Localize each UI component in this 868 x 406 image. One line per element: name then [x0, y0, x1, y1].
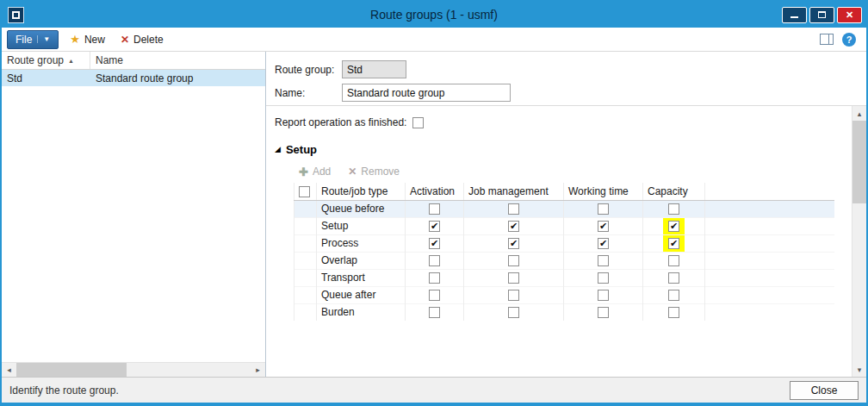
row-selector-cell[interactable] [294, 217, 317, 234]
toolbar: File ▼ ★ New ✕ Delete ? [2, 28, 866, 52]
activation-checkbox[interactable]: ✔ [429, 221, 440, 232]
column-header-name[interactable]: Name [90, 54, 265, 66]
route-list-cell: Std [2, 72, 90, 84]
job-management-checkbox[interactable] [508, 272, 519, 284]
minimize-button[interactable] [782, 7, 807, 23]
delete-button[interactable]: ✕ Delete [116, 34, 168, 46]
job-management-checkbox[interactable]: ✔ [508, 221, 519, 232]
setup-grid-row[interactable]: Queue before [294, 200, 835, 217]
working-time-checkbox[interactable] [598, 255, 609, 266]
activation-checkbox[interactable] [429, 272, 440, 284]
column-header-activation[interactable]: Activation [406, 183, 464, 200]
setup-grid: Route/job typeActivationJob managementWo… [294, 183, 834, 321]
capacity-checkbox[interactable] [668, 307, 679, 318]
filler-cell [705, 269, 835, 286]
row-selector-cell[interactable] [294, 252, 317, 269]
toolbar-right: ? [820, 33, 856, 47]
maximize-button[interactable] [809, 7, 834, 23]
capacity-checkbox[interactable]: ✔ [668, 221, 679, 232]
setup-grid-row[interactable]: Overlap [294, 252, 835, 269]
job-management-checkbox[interactable] [508, 307, 519, 318]
name-field-row: Name: [275, 84, 866, 102]
scrollbar-thumb[interactable] [16, 363, 127, 377]
route-job-type-cell: Setup [317, 217, 406, 234]
scroll-down-icon[interactable]: ▾ [852, 362, 866, 377]
name-field[interactable] [342, 84, 511, 102]
working-time-checkbox[interactable] [598, 290, 609, 301]
name-label: Name: [275, 87, 342, 99]
scrollbar-thumb[interactable] [852, 121, 866, 203]
column-header-route-group[interactable]: Route group▲ [2, 52, 90, 69]
route-group-field[interactable] [342, 60, 406, 78]
add-button[interactable]: ✚ Add [299, 166, 331, 178]
activation-checkbox[interactable] [429, 255, 440, 266]
route-job-type-cell: Queue after [317, 286, 406, 303]
activation-cell: ✔ [406, 234, 464, 252]
detail-content: Report operation as finished: ◢ Setup ✚ … [266, 106, 852, 377]
working-time-checkbox[interactable] [598, 272, 609, 284]
setup-grid-row[interactable]: Burden [294, 303, 835, 321]
scroll-left-icon[interactable]: ◂ [2, 363, 16, 377]
remove-button[interactable]: ✕ Remove [348, 166, 400, 178]
activation-checkbox[interactable]: ✔ [429, 238, 440, 249]
column-header-capacity[interactable]: Capacity [643, 183, 705, 200]
file-menu-button[interactable]: File ▼ [7, 30, 59, 49]
capacity-checkbox[interactable] [668, 203, 679, 215]
window-layout-icon[interactable] [820, 34, 834, 45]
scroll-right-icon[interactable]: ▸ [251, 363, 265, 377]
activation-checkbox[interactable] [429, 307, 440, 318]
select-all-checkbox[interactable] [299, 186, 310, 197]
scrollbar-track[interactable] [127, 363, 251, 377]
job-management-cell: ✔ [464, 217, 564, 234]
column-header-working-time[interactable]: Working time [564, 183, 643, 200]
new-button[interactable]: ★ New [65, 34, 109, 46]
activation-checkbox[interactable] [429, 290, 440, 301]
status-text: Identify the route group. [9, 384, 119, 397]
working-time-cell: ✔ [564, 217, 643, 234]
column-header-route-job-type[interactable]: Route/job type [317, 183, 406, 200]
capacity-checkbox[interactable]: ✔ [668, 238, 679, 249]
job-management-checkbox[interactable] [508, 255, 519, 266]
close-form-button[interactable]: Close [790, 381, 859, 400]
working-time-checkbox[interactable]: ✔ [598, 238, 609, 249]
activation-checkbox[interactable] [429, 203, 440, 215]
row-selector-cell[interactable] [294, 200, 317, 217]
setup-grid-row[interactable]: Queue after [294, 286, 835, 303]
setup-grid-row[interactable]: Setup✔✔✔✔ [294, 217, 835, 234]
row-selector-cell[interactable] [294, 303, 317, 321]
working-time-checkbox[interactable]: ✔ [598, 221, 609, 232]
close-button[interactable]: ✕ [837, 7, 862, 23]
job-management-checkbox[interactable] [508, 203, 519, 215]
column-header-label: Name [96, 54, 123, 66]
row-selector-cell[interactable] [294, 269, 317, 286]
working-time-checkbox[interactable] [598, 203, 609, 215]
scrollbar-track[interactable] [852, 203, 866, 362]
job-management-checkbox[interactable]: ✔ [508, 238, 519, 249]
horizontal-scrollbar[interactable]: ◂ ▸ [2, 362, 265, 377]
working-time-checkbox[interactable] [598, 307, 609, 318]
job-management-cell: ✔ [464, 234, 564, 252]
capacity-checkbox[interactable] [668, 272, 679, 284]
remove-x-icon: ✕ [348, 166, 356, 177]
working-time-cell [564, 200, 643, 217]
setup-grid-row[interactable]: Process✔✔✔✔ [294, 234, 835, 252]
column-header-job-management[interactable]: Job management [464, 183, 564, 200]
scroll-up-icon[interactable]: ▴ [852, 106, 866, 121]
job-management-checkbox[interactable] [508, 290, 519, 301]
setup-grid-row[interactable]: Transport [294, 269, 835, 286]
collapse-triangle-icon: ◢ [275, 146, 281, 153]
capacity-checkbox[interactable] [668, 255, 679, 266]
report-finished-checkbox[interactable] [412, 117, 424, 128]
row-selector-cell[interactable] [294, 234, 317, 252]
row-selector-cell[interactable] [294, 286, 317, 303]
route-list-row[interactable]: StdStandard route group [2, 70, 265, 86]
vertical-scrollbar[interactable]: ▴ ▾ [852, 106, 866, 377]
yellow-highlight: ✔ [663, 218, 685, 234]
job-management-cell [464, 252, 564, 269]
setup-grid-header-row: Route/job typeActivationJob managementWo… [294, 183, 835, 200]
help-icon[interactable]: ? [842, 33, 856, 47]
capacity-checkbox[interactable] [668, 290, 679, 301]
setup-section-header[interactable]: ◢ Setup [275, 143, 852, 156]
file-menu-label: File [16, 34, 32, 46]
new-button-label: New [84, 34, 105, 46]
